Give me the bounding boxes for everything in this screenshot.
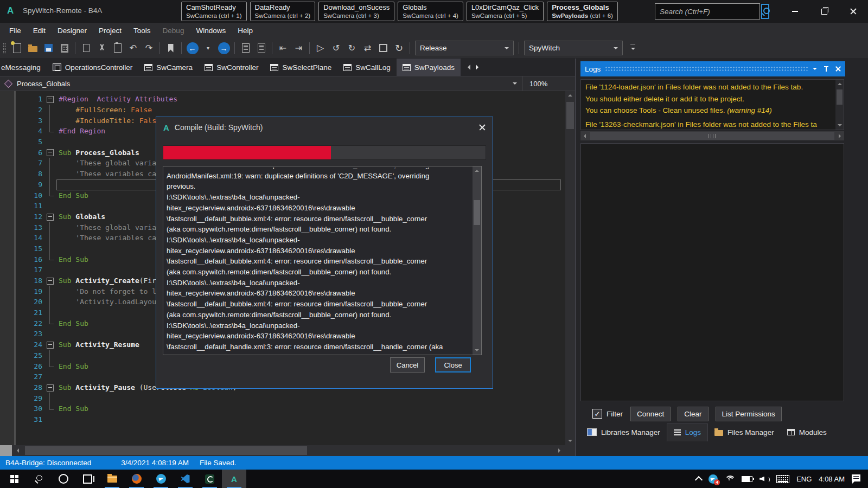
open-project-icon[interactable] (25, 41, 40, 55)
filter-checkbox[interactable]: ✓ (592, 409, 602, 419)
close-button[interactable]: Close (435, 357, 471, 373)
uncomment-icon[interactable] (254, 41, 269, 55)
wifi-icon[interactable] (725, 476, 735, 483)
scrollbar-thumb[interactable] (837, 89, 843, 105)
bridge-sync-icon[interactable]: ⇄ (360, 41, 375, 55)
taskbar-cortana-icon[interactable] (51, 470, 75, 488)
scroll-left-icon[interactable] (580, 131, 589, 140)
indent-icon[interactable]: ⇥ (291, 41, 306, 55)
volume-icon[interactable] (760, 476, 769, 483)
copy-icon[interactable] (79, 41, 93, 55)
compile-log-area[interactable]: AndroidManifest.xml:19: warn: duplicate … (163, 166, 482, 355)
taskbar-search-icon[interactable] (27, 470, 51, 488)
search-button[interactable] (761, 4, 769, 19)
scroll-up-icon[interactable] (565, 91, 575, 100)
scrollbar-thumb[interactable] (566, 102, 574, 129)
logs-vertical-scrollbar[interactable] (835, 80, 844, 130)
rebuild-icon[interactable]: ↻ (392, 41, 406, 55)
taskbar-task-view-icon[interactable] (75, 470, 100, 488)
module-tab-emessaging[interactable]: eMessaging (0, 59, 47, 76)
menu-tools[interactable]: Tools (127, 27, 157, 35)
bridge-reconnect-icon[interactable]: ↻ (344, 41, 359, 55)
menu-project[interactable]: Project (93, 27, 127, 35)
scroll-up-icon[interactable] (835, 80, 844, 88)
scroll-right-icon[interactable] (554, 445, 564, 456)
scroll-down-icon[interactable] (473, 346, 481, 355)
fold-collapse-icon[interactable] (47, 149, 54, 156)
menu-file[interactable]: File (3, 27, 27, 35)
menu-designer[interactable]: Designer (52, 27, 93, 35)
build-config-combo[interactable]: Release (415, 41, 514, 55)
dialog-close-icon[interactable] (479, 124, 486, 131)
logs-output-area[interactable] (580, 143, 844, 401)
menu-windows[interactable]: Windows (190, 27, 232, 35)
quick-tab-l0xdircamqaz-click[interactable]: L0xDirCamQaz_ClickSwCamera (ctrl + 5) (467, 2, 544, 21)
close-button[interactable] (839, 0, 868, 23)
save-all-icon[interactable] (57, 41, 72, 55)
taskbar-vscode-icon[interactable] (173, 470, 197, 488)
editor-horizontal-scrollbar[interactable] (0, 445, 575, 456)
fold-collapse-icon[interactable] (47, 384, 54, 391)
module-tab-swpayloads[interactable]: SwPayloads (397, 59, 461, 76)
scroll-down-icon[interactable] (835, 121, 844, 130)
menu-debug[interactable]: Debug (157, 27, 190, 35)
quick-tab-process-globals[interactable]: Process_GlobalsSwPayloads (ctrl + 6) (547, 2, 618, 21)
panel-tab-logs[interactable]: Logs (667, 423, 708, 441)
fold-collapse-icon[interactable] (47, 214, 54, 221)
touch-keyboard-icon[interactable] (776, 475, 789, 483)
editor-vertical-scrollbar[interactable] (565, 91, 575, 445)
scrollbar-thumb[interactable] (25, 446, 307, 455)
panel-tab-modules[interactable]: Modules (781, 423, 833, 441)
panel-close-icon[interactable] (835, 66, 841, 72)
menu-help[interactable]: Help (232, 27, 259, 35)
panel-tab-libraries-manager[interactable]: Libraries Manager (580, 423, 667, 441)
quick-tab-camshotready[interactable]: CamShotReadySwCamera (ctrl + 1) (181, 2, 247, 21)
logs-warning-list[interactable]: File '1124-loader.json' in Files folder … (580, 79, 844, 130)
language-indicator[interactable]: ENG (796, 475, 812, 483)
navigate-forward-icon[interactable]: → (216, 41, 231, 55)
clock[interactable]: 4:08 AM (819, 475, 845, 483)
panel-tab-files-manager[interactable]: Files Manager (708, 423, 781, 441)
module-tab-swcontroller[interactable]: SwController (199, 59, 264, 76)
list-permissions-button[interactable]: List Permissions (716, 407, 782, 421)
back-history-dropdown-icon[interactable]: ▾ (201, 41, 215, 55)
navigate-back-icon[interactable]: ← (185, 41, 200, 55)
toolbar-grip[interactable] (3, 42, 6, 54)
outdent-icon[interactable]: ⇤ (276, 41, 290, 55)
fold-collapse-icon[interactable] (47, 278, 54, 285)
module-tab-swcalllog[interactable]: SwCallLog (337, 59, 397, 76)
paste-icon[interactable] (110, 41, 125, 55)
clear-button[interactable]: Clear (678, 407, 708, 421)
maximize-button[interactable] (809, 0, 839, 23)
stop-icon[interactable] (376, 41, 391, 55)
bookmark-icon[interactable] (163, 41, 178, 55)
scroll-left-icon[interactable] (13, 445, 23, 456)
bridge-connect-icon[interactable]: ↺ (329, 41, 343, 55)
save-icon[interactable] (41, 41, 56, 55)
pin-icon[interactable] (824, 66, 829, 72)
panel-menu-icon[interactable] (813, 68, 817, 72)
taskbar-telegram-icon[interactable] (149, 470, 173, 488)
taskbar-b4a-icon[interactable]: A (222, 470, 246, 488)
cancel-button[interactable]: Cancel (390, 357, 425, 373)
scroll-tabs-right-icon[interactable] (476, 65, 481, 70)
telegram-tray-icon[interactable]: 4 (709, 474, 718, 484)
taskbar-start-icon[interactable] (2, 470, 27, 488)
scrollbar-thumb[interactable] (474, 200, 480, 225)
scroll-right-icon[interactable] (835, 131, 844, 140)
module-tab-swcamera[interactable]: SwCamera (138, 59, 199, 76)
taskbar-file-explorer-icon[interactable] (100, 470, 124, 488)
logs-horizontal-scrollbar[interactable] (580, 131, 844, 140)
toolbar-overflow-button[interactable] (630, 44, 635, 53)
new-file-icon[interactable] (10, 41, 24, 55)
logs-panel-header[interactable]: Logs (580, 61, 845, 76)
scrollbar-thumb[interactable] (590, 132, 834, 140)
scroll-tabs-left-icon[interactable] (465, 65, 470, 70)
sub-navigator-combo[interactable]: Process_Globals (0, 76, 523, 91)
menu-edit[interactable]: Edit (27, 27, 52, 35)
fold-collapse-icon[interactable] (47, 96, 54, 103)
scroll-down-icon[interactable] (565, 436, 575, 445)
splitter-handle[interactable] (0, 445, 12, 456)
quick-tab-dataready[interactable]: DataReadySwCamera (ctrl + 2) (250, 2, 316, 21)
comment-icon[interactable] (238, 41, 253, 55)
